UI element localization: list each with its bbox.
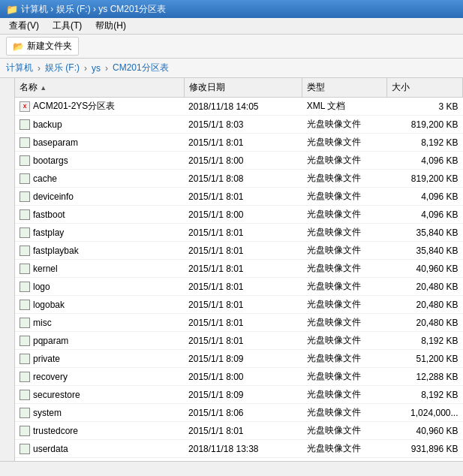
file-name-cell: logobak	[15, 296, 184, 314]
file-icon	[20, 390, 30, 400]
table-row[interactable]: fastplay 2015/1/1 8:01光盘映像文件35,840 KB	[15, 224, 463, 242]
file-size: 20,480 KB	[386, 314, 462, 332]
menu-tools[interactable]: 工具(T)	[47, 18, 88, 34]
file-icon	[20, 408, 30, 418]
column-header-size[interactable]: 大小	[386, 78, 462, 98]
new-folder-button[interactable]: 📂 新建文件夹	[6, 37, 79, 56]
file-type: 光盘映像文件	[302, 170, 387, 188]
table-row[interactable]: securestore 2015/1/1 8:09光盘映像文件8,192 KB	[15, 386, 463, 404]
file-name: misc	[33, 318, 52, 328]
file-date: 2015/1/1 8:01	[184, 296, 302, 314]
menu-view[interactable]: 查看(V)	[3, 18, 45, 34]
file-date: 2015/1/1 8:01	[184, 260, 302, 278]
file-name: recovery	[33, 372, 68, 382]
file-icon	[20, 300, 30, 310]
file-date: 2018/11/18 13:23	[184, 458, 302, 462]
file-name: system	[33, 408, 62, 418]
file-name: cache	[33, 173, 57, 184]
column-header-date[interactable]: 修改日期	[184, 78, 302, 98]
file-type: 光盘映像文件	[302, 440, 387, 458]
column-header-name[interactable]: 名称 ▲	[15, 78, 184, 98]
file-date: 2015/1/1 8:09	[184, 386, 302, 404]
table-row[interactable]: backup 2015/1/1 8:03光盘映像文件819,200 KB	[15, 116, 463, 134]
file-name: kernel	[33, 264, 58, 274]
toolbar: 📂 新建文件夹	[0, 35, 463, 59]
file-icon	[20, 336, 30, 346]
table-row[interactable]: deviceinfo 2015/1/1 8:01光盘映像文件4,096 KB	[15, 188, 463, 206]
file-name: securestore	[33, 390, 80, 400]
file-name-cell: fastboot	[15, 206, 184, 224]
table-row[interactable]: fastplaybak 2015/1/1 8:01光盘映像文件35,840 KB	[15, 242, 463, 260]
file-date: 2015/1/1 8:00	[184, 206, 302, 224]
file-type: 光盘映像文件	[302, 206, 387, 224]
file-size: 931,896 KB	[386, 440, 462, 458]
file-name-cell: bootargs	[15, 152, 184, 170]
file-list-container[interactable]: 名称 ▲ 修改日期 类型 大小 X ACM201-2YS分区表 2018/11/…	[15, 78, 463, 461]
file-name-cell: T YS201分区	[15, 458, 184, 462]
file-date: 2015/1/1 8:01	[184, 134, 302, 152]
table-row[interactable]: system 2015/1/1 8:06光盘映像文件1,024,000...	[15, 404, 463, 422]
file-name-cell: userdata	[15, 440, 184, 458]
table-row[interactable]: bootargs 2015/1/1 8:00光盘映像文件4,096 KB	[15, 152, 463, 170]
file-size: 8,192 KB	[386, 332, 462, 350]
file-icon	[20, 264, 30, 274]
file-name-cell: cache	[15, 170, 184, 188]
table-row[interactable]: pqparam 2015/1/1 8:01光盘映像文件8,192 KB	[15, 332, 463, 350]
breadcrumb-computer[interactable]: 计算机	[6, 62, 33, 74]
menu-bar: 查看(V) 工具(T) 帮助(H)	[0, 18, 463, 35]
breadcrumb-ys[interactable]: ys	[92, 63, 101, 74]
table-row[interactable]: misc 2015/1/1 8:01光盘映像文件20,480 KB	[15, 314, 463, 332]
content-area: 名称 ▲ 修改日期 类型 大小 X ACM201-2YS分区表 2018/11/…	[0, 78, 463, 461]
file-name-cell: baseparam	[15, 134, 184, 152]
file-name: baseparam	[33, 137, 78, 148]
file-size: 4,096 KB	[386, 152, 462, 170]
file-size: 40,960 KB	[386, 260, 462, 278]
file-size: 12,288 KB	[386, 368, 462, 386]
column-header-type[interactable]: 类型	[302, 78, 387, 98]
file-size: 4,096 KB	[386, 188, 462, 206]
menu-help[interactable]: 帮助(H)	[89, 18, 132, 34]
file-type: 光盘映像文件	[302, 152, 387, 170]
file-name: deviceinfo	[33, 191, 74, 202]
file-date: 2015/1/1 8:01	[184, 242, 302, 260]
table-row[interactable]: userdata 2018/11/18 13:38光盘映像文件931,896 K…	[15, 440, 463, 458]
breadcrumb-drive[interactable]: 娱乐 (F:)	[45, 62, 80, 74]
table-row[interactable]: logo 2015/1/1 8:01光盘映像文件20,480 KB	[15, 278, 463, 296]
table-row[interactable]: T YS201分区 2018/11/18 13:23TXTYS 文件2 KB	[15, 458, 463, 462]
file-type: 光盘映像文件	[302, 224, 387, 242]
file-date: 2015/1/1 8:09	[184, 350, 302, 368]
file-icon	[20, 318, 30, 328]
table-row[interactable]: X ACM201-2YS分区表 2018/11/18 14:05XML 文档3 …	[15, 98, 463, 116]
address-bar: 计算机 › 娱乐 (F:) › ys › CM201分区表	[0, 59, 463, 78]
file-type: 光盘映像文件	[302, 260, 387, 278]
sidebar	[0, 78, 15, 461]
file-type: TXTYS 文件	[302, 458, 387, 462]
file-size: 1,024,000...	[386, 404, 462, 422]
file-type: 光盘映像文件	[302, 242, 387, 260]
file-name-cell: misc	[15, 314, 184, 332]
file-name-cell: securestore	[15, 386, 184, 404]
file-name-cell: trustedcore	[15, 422, 184, 440]
file-icon	[20, 372, 30, 382]
table-row[interactable]: baseparam 2015/1/1 8:01光盘映像文件8,192 KB	[15, 134, 463, 152]
file-type: 光盘映像文件	[302, 296, 387, 314]
file-name: bootargs	[33, 155, 68, 166]
file-name: fastplay	[33, 227, 64, 238]
file-icon	[20, 191, 30, 202]
table-row[interactable]: kernel 2015/1/1 8:01光盘映像文件40,960 KB	[15, 260, 463, 278]
file-size: 819,200 KB	[386, 116, 462, 134]
table-row[interactable]: cache 2015/1/1 8:08光盘映像文件819,200 KB	[15, 170, 463, 188]
file-date: 2018/11/18 14:05	[184, 98, 302, 116]
table-row[interactable]: recovery 2015/1/1 8:00光盘映像文件12,288 KB	[15, 368, 463, 386]
file-size: 4,096 KB	[386, 206, 462, 224]
table-row[interactable]: private 2015/1/1 8:09光盘映像文件51,200 KB	[15, 350, 463, 368]
table-row[interactable]: fastboot 2015/1/1 8:00光盘映像文件4,096 KB	[15, 206, 463, 224]
file-size: 20,480 KB	[386, 296, 462, 314]
table-row[interactable]: logobak 2015/1/1 8:01光盘映像文件20,480 KB	[15, 296, 463, 314]
table-row[interactable]: trustedcore 2015/1/1 8:01光盘映像文件40,960 KB	[15, 422, 463, 440]
file-date: 2015/1/1 8:01	[184, 422, 302, 440]
file-name-cell: pqparam	[15, 332, 184, 350]
breadcrumb-current[interactable]: CM201分区表	[113, 62, 169, 74]
file-table: 名称 ▲ 修改日期 类型 大小 X ACM201-2YS分区表 2018/11/…	[15, 78, 463, 461]
folder-new-icon: 📂	[13, 41, 24, 52]
